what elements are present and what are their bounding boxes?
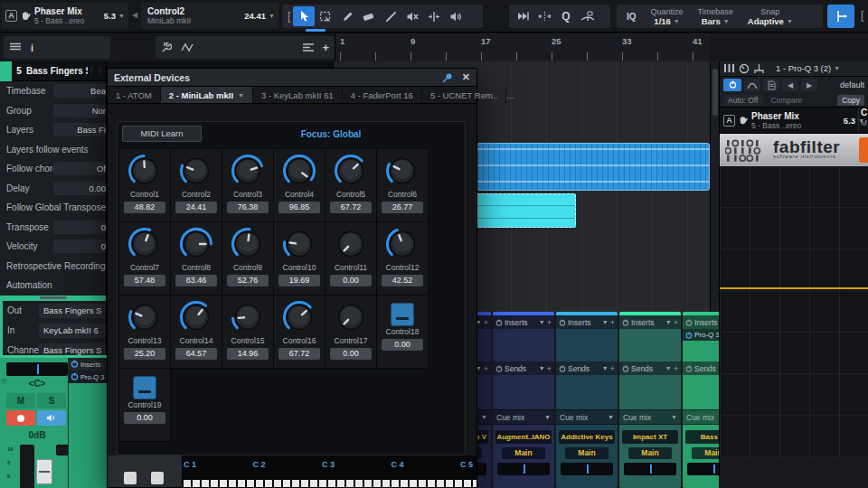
white-key[interactable] bbox=[455, 480, 462, 487]
add-icon[interactable]: + bbox=[674, 318, 678, 327]
compare-button[interactable]: Compare bbox=[766, 95, 807, 106]
console-channel-5[interactable]: Inserts▼+Pro-Q 3Sends▼+Cue mix▼Bass FiMa… bbox=[683, 312, 719, 488]
control-tile-control5[interactable]: Control567.72 bbox=[326, 149, 376, 221]
white-key[interactable] bbox=[220, 480, 227, 487]
next-preset-button[interactable]: ▶ bbox=[801, 79, 817, 91]
inspector-value[interactable]: Nor bbox=[53, 104, 107, 117]
snap-toggle-button[interactable] bbox=[827, 5, 854, 28]
quantize-dropdown[interactable]: Quantize 1/16▼ bbox=[644, 7, 691, 26]
output-main-button[interactable]: Main bbox=[628, 447, 672, 459]
inspector-row-5[interactable]: Delay0.00 bbox=[0, 179, 106, 199]
tab-device-5[interactable]: 5 - UCNET Rem.. bbox=[422, 87, 506, 103]
mute-button[interactable]: M bbox=[6, 393, 35, 408]
eraser-tool-button[interactable] bbox=[358, 6, 380, 26]
inspector-value[interactable]: 0.00 bbox=[53, 182, 107, 195]
control-tile-control16[interactable]: Control1667.72 bbox=[274, 296, 325, 368]
arrow-tool-button[interactable] bbox=[293, 6, 315, 26]
left-bracket-icon[interactable]: [ bbox=[285, 10, 293, 23]
section-header-sends[interactable]: Sends▼+ bbox=[556, 361, 618, 375]
section-header-sends[interactable]: Sends▼+ bbox=[493, 361, 554, 375]
tab-device-1[interactable]: 1 - ATOM bbox=[108, 87, 161, 103]
white-key[interactable] bbox=[310, 480, 317, 487]
inspector-value[interactable]: Bass Fi bbox=[53, 123, 107, 136]
mute-tool-button[interactable] bbox=[401, 6, 423, 26]
control-tile-control14[interactable]: Control1464.57 bbox=[171, 296, 222, 368]
channel-pan-slider[interactable] bbox=[687, 463, 719, 475]
add-track-icon[interactable]: + bbox=[322, 41, 329, 54]
cue-mix-row[interactable]: Cue mix▼ bbox=[556, 409, 618, 425]
section-header-sends[interactable]: Sends▼+ bbox=[683, 361, 719, 375]
console-channel-4[interactable]: Inserts▼+Sends▼+Cue mix▼Impact XTMain bbox=[619, 312, 681, 488]
plugin-selector[interactable]: 1 - Pro-Q 3 (2)▼ bbox=[776, 63, 840, 73]
white-key[interactable] bbox=[265, 480, 272, 487]
white-key[interactable] bbox=[346, 480, 354, 487]
control-tile-control12[interactable]: Control1242.52 bbox=[377, 222, 428, 295]
control-tile-control3[interactable]: Control376.38 bbox=[222, 149, 273, 221]
record-arm-button[interactable] bbox=[6, 410, 35, 426]
control-info-box[interactable]: Control2 MiniLab mkII 24.41▼ bbox=[141, 3, 278, 29]
chevron-down-icon[interactable]: ▼ bbox=[602, 365, 609, 371]
inspector-row-0[interactable]: TimebaseBea bbox=[0, 81, 106, 101]
inspector-row-2[interactable]: LayersBass Fi bbox=[0, 120, 106, 140]
chevron-down-icon[interactable]: ▼ bbox=[539, 365, 545, 371]
insert-slot[interactable]: Pro-Q 3 bbox=[683, 329, 719, 341]
white-key[interactable] bbox=[238, 480, 245, 487]
white-key[interactable] bbox=[256, 480, 263, 487]
white-key[interactable] bbox=[410, 480, 417, 487]
auto-off-button[interactable]: Auto: Off bbox=[723, 95, 762, 106]
control-tile-control17[interactable]: Control170.00 bbox=[326, 296, 376, 368]
proq-display[interactable] bbox=[720, 166, 868, 457]
tempo-bend-button[interactable] bbox=[577, 6, 599, 26]
tab-device-3[interactable]: 3 - KeyLab mkII 61 bbox=[253, 87, 343, 103]
io-row-out[interactable]: OutBass Fingers S bbox=[3, 301, 106, 321]
control-tile-control2[interactable]: Control224.41 bbox=[171, 149, 222, 221]
section-header-sends[interactable]: Sends▼+ bbox=[619, 361, 681, 375]
copy-button[interactable]: Copy bbox=[837, 95, 864, 106]
inspector-row-8[interactable]: Velocity0 bbox=[0, 237, 106, 257]
output-main-button[interactable]: Main bbox=[502, 447, 545, 459]
vertical-scrollbar[interactable] bbox=[710, 61, 719, 312]
quantize-tool-button[interactable]: Q bbox=[555, 6, 577, 26]
output-main-button[interactable]: Main bbox=[565, 447, 609, 459]
chevron-down-icon[interactable]: ▼ bbox=[544, 414, 551, 420]
add-icon[interactable]: + bbox=[484, 318, 488, 327]
white-key[interactable] bbox=[184, 480, 191, 487]
add-icon[interactable]: + bbox=[610, 364, 615, 373]
tab-device-4[interactable]: 4 - FaderPort 16 bbox=[343, 87, 422, 103]
cue-mix-row[interactable]: Cue mix▼ bbox=[619, 409, 681, 425]
cue-mix-row[interactable]: Cue mix▼ bbox=[683, 409, 719, 425]
control-tile-control13[interactable]: Control1325.20 bbox=[119, 296, 170, 368]
io-row-channel[interactable]: ChannelBass Fingers S bbox=[3, 341, 106, 356]
monitor-button[interactable] bbox=[37, 410, 66, 426]
solo-button[interactable]: S bbox=[37, 393, 66, 408]
inserts-header[interactable]: Inserts bbox=[69, 358, 107, 371]
inspector-value[interactable]: Of bbox=[53, 162, 107, 175]
control-value[interactable]: 24.41▼ bbox=[241, 11, 275, 21]
layers-icon[interactable] bbox=[302, 42, 315, 52]
fader-track[interactable] bbox=[20, 445, 34, 488]
white-key[interactable] bbox=[401, 480, 408, 487]
add-icon[interactable]: + bbox=[547, 364, 552, 373]
section-header-inserts[interactable]: Inserts▼+ bbox=[493, 315, 554, 329]
chevron-down-icon[interactable]: ▼ bbox=[671, 414, 677, 420]
preset-file-button[interactable] bbox=[763, 79, 779, 91]
pad-button[interactable] bbox=[124, 472, 137, 484]
knob-view-icon[interactable] bbox=[739, 63, 750, 74]
bypass-curve-button[interactable] bbox=[744, 79, 760, 91]
white-key[interactable] bbox=[211, 480, 218, 487]
inspector-toggle-icon[interactable]: i bbox=[31, 42, 33, 53]
white-key[interactable] bbox=[382, 480, 390, 487]
inspector-row-10[interactable]: Automation bbox=[0, 276, 106, 296]
inspector-value[interactable]: Bea bbox=[53, 84, 107, 98]
prev-preset-button[interactable]: ◀ bbox=[782, 79, 798, 91]
track-value[interactable]: 5.3▼ bbox=[100, 11, 125, 21]
section-header-inserts[interactable]: Inserts▼+ bbox=[556, 315, 618, 329]
white-key[interactable] bbox=[392, 480, 399, 487]
preset-name[interactable]: default bbox=[840, 80, 864, 89]
white-key[interactable] bbox=[364, 480, 372, 487]
chevron-down-icon[interactable]: ▼ bbox=[665, 319, 672, 325]
chevron-down-icon[interactable]: ▼ bbox=[608, 414, 614, 420]
midi-clip-blue[interactable] bbox=[476, 143, 710, 191]
midi-clip-cyan[interactable] bbox=[475, 193, 576, 228]
channel-pan-slider[interactable] bbox=[561, 463, 613, 475]
